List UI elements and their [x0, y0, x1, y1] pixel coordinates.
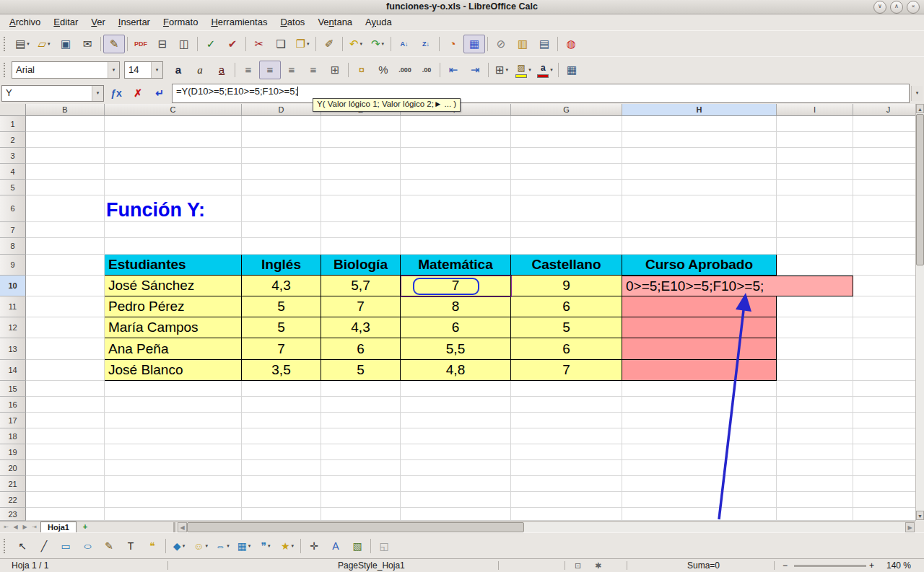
cell-C12[interactable]: María Campos	[105, 317, 242, 338]
hyperlink-button[interactable]: ⊘	[490, 35, 512, 53]
justify-button[interactable]: ≡	[302, 61, 324, 79]
accept-button[interactable]: ↵	[149, 84, 170, 102]
function-wizard-button[interactable]: ƒx	[105, 84, 127, 102]
sum-label[interactable]: Suma=0	[687, 559, 720, 572]
cell-D9[interactable]: Inglés	[242, 255, 321, 276]
symbol-shapes-dropdown-icon[interactable]: ▾	[205, 543, 208, 549]
callout-button[interactable]: ❝	[141, 537, 163, 555]
cell-E13[interactable]: 6	[321, 338, 401, 360]
cell-G9[interactable]: Castellano	[511, 255, 622, 276]
scroll-right-icon[interactable]: ▶	[905, 522, 915, 532]
increase-indent-button[interactable]: ⇥	[464, 61, 486, 79]
cell-F10[interactable]: 7	[401, 276, 511, 296]
column-header-B[interactable]: B	[26, 104, 105, 116]
cell-G14[interactable]: 7	[511, 360, 622, 381]
row-header-7[interactable]: 7	[0, 222, 26, 238]
cell-C14[interactable]: José Blanco	[105, 360, 242, 381]
document-modified-icon[interactable]: ✱	[595, 559, 601, 572]
flowchart-dropdown-icon[interactable]: ▾	[248, 543, 251, 549]
previous-sheet-button[interactable]: ◀	[11, 522, 20, 532]
email-button[interactable]: ✉	[77, 35, 98, 53]
menu-herramientas[interactable]: Herramientas	[204, 15, 274, 29]
export-pdf-button[interactable]: PDF	[130, 35, 152, 53]
stars-shapes-button[interactable]: ★▾	[276, 537, 298, 555]
new-document-dropdown-icon[interactable]: ▾	[27, 41, 30, 47]
row-header-1[interactable]: 1	[0, 116, 26, 132]
callout-shapes-dropdown-icon[interactable]: ▾	[268, 543, 271, 549]
horizontal-scrollbar[interactable]	[187, 522, 905, 532]
tab-splitter-handle[interactable]	[173, 522, 175, 532]
menu-archivo[interactable]: Archivo	[3, 15, 47, 29]
last-sheet-button[interactable]: ⇥	[30, 522, 39, 532]
font-size-combo[interactable]: 14 ▾	[124, 61, 163, 79]
paste-button[interactable]: ❐▾	[292, 35, 313, 53]
redo-button[interactable]: ↷▾	[367, 35, 388, 53]
spreadsheet-grid[interactable]: Función Y: BCDEFGHIJ12345678910111213141…	[0, 104, 915, 521]
cut-button[interactable]: ✂	[248, 35, 270, 53]
select-all-corner[interactable]	[0, 104, 26, 116]
merge-cells-button[interactable]: ⊞	[324, 61, 346, 79]
row-header-10[interactable]: 10	[0, 276, 26, 296]
percent-format-button[interactable]: %	[372, 61, 394, 79]
close-button[interactable]: ×	[907, 1, 920, 14]
column-header-G[interactable]: G	[511, 104, 622, 116]
print-button[interactable]: ⊟	[152, 35, 173, 53]
redo-dropdown-icon[interactable]: ▾	[382, 41, 385, 47]
align-center-button[interactable]: ≡	[259, 61, 281, 79]
cell-E14[interactable]: 5	[321, 360, 401, 381]
font-name-dropdown-icon[interactable]: ▾	[108, 62, 119, 78]
cell-F9[interactable]: Matemática	[401, 255, 511, 276]
borders-dropdown-icon[interactable]: ▾	[506, 67, 509, 73]
maximize-button[interactable]: ∧	[890, 1, 903, 14]
row-header-13[interactable]: 13	[0, 338, 26, 360]
data-sources-button[interactable]: ▤	[533, 35, 555, 53]
insert-text-box-button[interactable]: T	[120, 537, 141, 555]
delete-decimal-place-button[interactable]: .00	[416, 61, 437, 79]
menu-ayuda[interactable]: Ayuda	[359, 15, 398, 29]
borders-button[interactable]: ⊞▾	[491, 61, 513, 79]
spelling-button[interactable]: ✓	[200, 35, 222, 53]
row-header-16[interactable]: 16	[0, 397, 26, 413]
decrease-indent-button[interactable]: ⇤	[443, 61, 464, 79]
extrusion-button[interactable]: ◱	[373, 537, 395, 555]
undo-dropdown-icon[interactable]: ▾	[360, 41, 363, 47]
insert-image-button[interactable]: ▧	[346, 537, 368, 555]
select-button[interactable]: ↖	[12, 537, 33, 555]
align-left-button[interactable]: ≡	[237, 61, 259, 79]
row-header-23[interactable]: 23	[0, 508, 26, 521]
column-header-D[interactable]: D	[242, 104, 321, 116]
cell-E10[interactable]: 5,7	[321, 276, 401, 296]
save-button[interactable]: ▣	[55, 35, 77, 53]
zoom-in-icon[interactable]: +	[869, 559, 874, 572]
navigator-button[interactable]: ▦	[463, 35, 485, 53]
row-header-9[interactable]: 9	[0, 255, 26, 276]
italic-button[interactable]: a	[189, 61, 211, 79]
freeform-line-button[interactable]: ✎	[98, 537, 120, 555]
row-header-3[interactable]: 3	[0, 148, 26, 164]
flowchart-button[interactable]: ▦▾	[233, 537, 255, 555]
stars-shapes-dropdown-icon[interactable]: ▾	[292, 543, 295, 549]
column-header-J[interactable]: J	[853, 104, 915, 116]
row-header-8[interactable]: 8	[0, 238, 26, 255]
background-color-button[interactable]: ▨▾	[513, 61, 534, 79]
gallery-button[interactable]: ▥	[512, 35, 533, 53]
row-header-2[interactable]: 2	[0, 132, 26, 148]
row-header-18[interactable]: 18	[0, 428, 26, 444]
horizontal-scrollbar-thumb[interactable]	[187, 522, 524, 532]
cell-F11[interactable]: 8	[401, 296, 511, 317]
auto-spellcheck-button[interactable]: ✔	[222, 35, 243, 53]
basic-shapes-button[interactable]: ◆▾	[168, 537, 190, 555]
row-header-11[interactable]: 11	[0, 296, 26, 317]
sort-descending-button[interactable]: Z↓	[415, 35, 437, 53]
cell-D14[interactable]: 3,5	[242, 360, 321, 381]
paste-dropdown-icon[interactable]: ▾	[307, 41, 310, 47]
row-header-22[interactable]: 22	[0, 492, 26, 508]
column-header-I[interactable]: I	[777, 104, 853, 116]
vertical-scrollbar-thumb[interactable]	[916, 114, 924, 265]
row-header-6[interactable]: 6	[0, 195, 26, 222]
minimize-button[interactable]: ∨	[873, 1, 886, 14]
cell-H12[interactable]	[622, 317, 777, 338]
cancel-button[interactable]: ✗	[127, 84, 149, 102]
cell-G10[interactable]: 9	[511, 276, 622, 296]
menu-editar[interactable]: Editar	[47, 15, 84, 29]
